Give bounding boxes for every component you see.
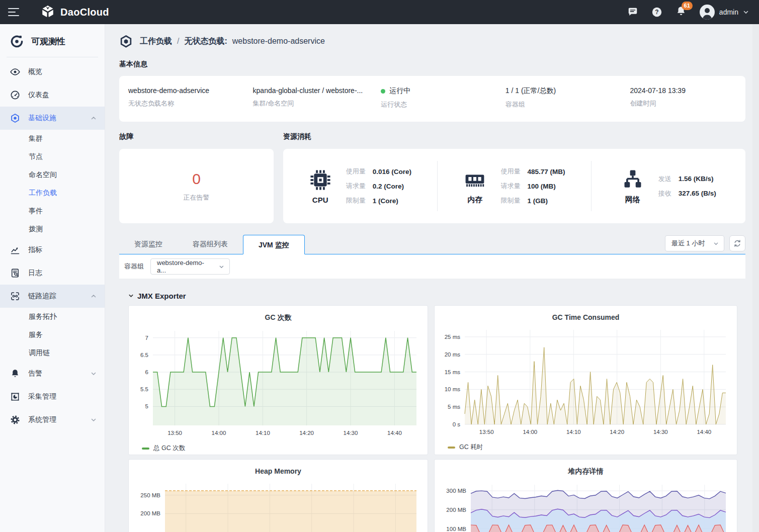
legend-label[interactable]: GC 耗时 (459, 443, 483, 452)
info-field: 1 / 1 (正常/总数)容器组 (496, 86, 621, 109)
legend-swatch[interactable] (142, 448, 149, 450)
svg-text:14:10: 14:10 (566, 429, 581, 435)
sidebar-divider (7, 57, 98, 57)
sidebar-item-告警[interactable]: 告警 (0, 362, 105, 385)
notifications-button[interactable]: 61 (676, 6, 687, 19)
sidebar-item-label: 服务拓扑 (29, 312, 57, 321)
svg-text:14:20: 14:20 (299, 430, 314, 436)
sidebar-item-label: 采集管理 (28, 392, 56, 401)
sidebar-item-label: 日志 (28, 269, 42, 278)
pod-select[interactable]: webstore-demo-a... (150, 258, 230, 275)
gear-icon (10, 415, 20, 425)
info-label: 集群/命名空间 (253, 99, 363, 108)
chart-toolbar: 最近 1 小时 (665, 235, 745, 251)
svg-text:5 ms: 5 ms (448, 404, 460, 410)
gauge-icon (10, 90, 20, 100)
collection-icon (10, 392, 20, 402)
sidebar-item-事件[interactable]: 事件 (0, 202, 105, 220)
sidebar-item-节点[interactable]: 节点 (0, 148, 105, 166)
sidebar-item-服务拓扑[interactable]: 服务拓扑 (0, 308, 105, 326)
charts-row-2: Heap Memory 250 MB200 MB13:5014:0014:101… (119, 459, 745, 532)
sidebar-item-基础设施[interactable]: 基础设施 (0, 107, 105, 130)
tab-JVM 监控[interactable]: JVM 监控 (243, 235, 305, 254)
sidebar-item-日志[interactable]: 日志 (0, 261, 105, 285)
resource-row: 使用量0.016 (Core) (346, 167, 411, 176)
memory-icon (463, 184, 486, 193)
user-menu[interactable]: admin (700, 5, 749, 20)
sidebar-menu: 概览仪表盘基础设施集群节点命名空间工作负载事件拨测指标日志链路追踪服务拓扑服务调… (0, 60, 105, 431)
sidebar-item-系统管理[interactable]: 系统管理 (0, 408, 105, 431)
info-field: kpanda-global-cluster / webstore-...集群/命… (244, 86, 372, 109)
chat-icon[interactable] (627, 7, 638, 18)
svg-text:100 MB: 100 MB (446, 526, 466, 532)
chart-card-gc-count: GC 次数 76.565.5513:5014:0014:1014:2014:30… (128, 305, 428, 455)
legend-label[interactable]: 总 GC 次数 (153, 444, 185, 453)
svg-text:20 ms: 20 ms (445, 351, 461, 358)
status-dot (381, 89, 385, 94)
chevron-down-icon (128, 293, 134, 299)
charts-row-1: GC 次数 76.565.5513:5014:0014:1014:2014:30… (119, 305, 745, 455)
user-chevron-down-icon (743, 9, 749, 15)
tracing-icon (10, 291, 20, 301)
resource-row: 限制量1 (Core) (346, 196, 411, 205)
jmx-exporter-section-toggle[interactable]: JMX Exporter (119, 292, 745, 300)
refresh-button[interactable] (729, 235, 745, 251)
info-value: kpanda-global-cluster / webstore-... (253, 86, 363, 95)
chart-plot: 300 MB200 MB100 MB13:5014:0014:1014:2014… (441, 478, 731, 532)
resources-card: CPU使用量0.016 (Core)请求量0.2 (Core)限制量1 (Cor… (283, 149, 745, 223)
sidebar-item-链路追踪[interactable]: 链路追踪 (0, 285, 105, 308)
svg-text:5.5: 5.5 (140, 386, 148, 392)
svg-text:25 ms: 25 ms (445, 334, 461, 340)
sidebar-item-采集管理[interactable]: 采集管理 (0, 385, 105, 408)
brand-name: DaoCloud (60, 7, 109, 18)
sidebar: 可观测性 概览仪表盘基础设施集群节点命名空间工作负载事件拨测指标日志链路追踪服务… (0, 24, 105, 532)
sidebar-item-概览[interactable]: 概览 (0, 60, 105, 83)
chart-card-heap-memory: Heap Memory 250 MB200 MB13:5014:0014:101… (128, 459, 428, 532)
breadcrumb-root[interactable]: 工作负载 (140, 36, 172, 47)
sidebar-item-label: 工作负载 (29, 189, 57, 198)
info-field: webstore-demo-adservice无状态负载名称 (119, 86, 244, 109)
info-label: 无状态负载名称 (128, 99, 235, 108)
help-icon[interactable]: ? (651, 7, 662, 18)
chart-legend: GC 耗时 (441, 441, 731, 452)
menu-toggle-icon[interactable] (8, 8, 19, 16)
time-range-select[interactable]: 最近 1 小时 (665, 235, 724, 251)
chart-card-gc-time: GC Time Consumed 25 ms20 ms15 ms10 ms5 m… (434, 305, 737, 455)
app-root: DaoCloud ? 61 (0, 0, 759, 532)
sidebar-item-集群[interactable]: 集群 (0, 130, 105, 148)
resource-name: 网络 (621, 195, 644, 205)
breadcrumb-separator: / (177, 37, 179, 46)
svg-text:300 MB: 300 MB (446, 488, 466, 494)
sidebar-item-拨测[interactable]: 拨测 (0, 220, 105, 238)
svg-text:10 ms: 10 ms (445, 386, 461, 392)
resource-group-网络: 网络发送1.56 (KB/s)接收327.65 (B/s) (591, 161, 745, 211)
svg-text:14:40: 14:40 (697, 429, 711, 435)
svg-text:14:30: 14:30 (653, 429, 668, 435)
svg-text:7: 7 (145, 335, 148, 341)
infra-icon (10, 113, 20, 123)
sidebar-item-工作负载[interactable]: 工作负载 (0, 184, 105, 202)
sidebar-item-仪表盘[interactable]: 仪表盘 (0, 83, 105, 107)
sidebar-item-服务[interactable]: 服务 (0, 326, 105, 344)
svg-text:200 MB: 200 MB (140, 510, 160, 516)
sidebar-item-label: 告警 (28, 369, 42, 378)
svg-text:13:50: 13:50 (479, 429, 494, 435)
sidebar-item-指标[interactable]: 指标 (0, 238, 105, 261)
legend-swatch[interactable] (448, 447, 455, 449)
sidebar-item-label: 集群 (29, 134, 43, 143)
bell-icon (10, 369, 20, 379)
resource-row: 限制量1 (GB) (500, 196, 565, 205)
chart-plot: 76.565.5513:5014:0014:1014:2014:3014:40 (135, 324, 421, 442)
breadcrumb: 工作负载 / 无状态负载: webstore-demo-adservice (119, 31, 745, 51)
tab-容器组列表[interactable]: 容器组列表 (178, 234, 243, 254)
info-value: webstore-demo-adservice (128, 86, 235, 95)
chevron-down-icon (713, 241, 719, 246)
info-field: 运行中运行状态 (372, 86, 496, 109)
chart-title: 堆内存详情 (441, 467, 731, 476)
scrollbar[interactable] (752, 24, 759, 532)
sidebar-item-调用链[interactable]: 调用链 (0, 344, 105, 362)
info-label: 创建时间 (630, 99, 736, 108)
brand-logo[interactable]: DaoCloud (40, 5, 109, 20)
sidebar-item-命名空间[interactable]: 命名空间 (0, 166, 105, 184)
tab-资源监控[interactable]: 资源监控 (119, 234, 178, 254)
